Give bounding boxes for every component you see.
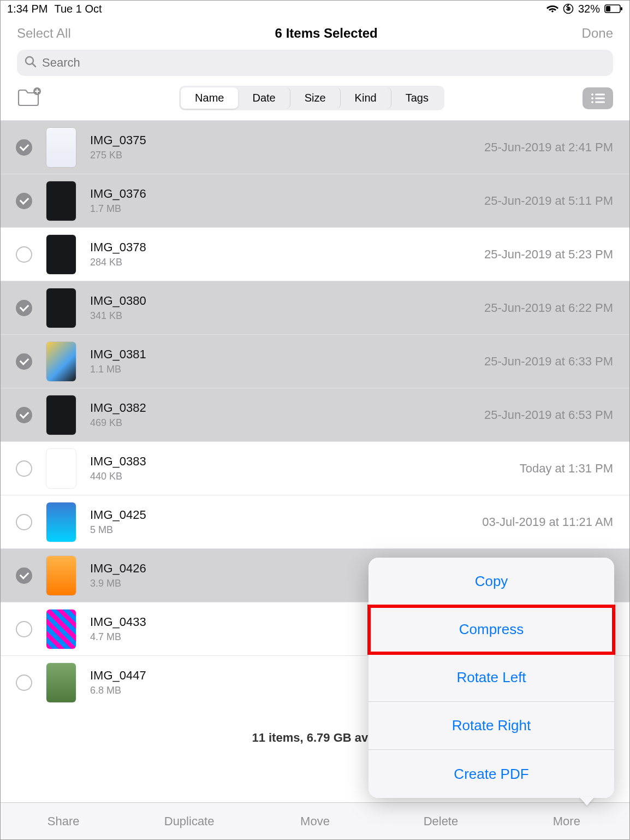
sort-name[interactable]: Name xyxy=(181,87,238,109)
svg-point-8 xyxy=(591,93,593,96)
file-name: IMG_0382 xyxy=(90,401,484,415)
file-size: 1.1 MB xyxy=(90,364,484,375)
file-meta: IMG_03761.7 MB xyxy=(90,187,484,215)
svg-point-10 xyxy=(591,97,593,99)
file-thumbnail xyxy=(46,235,76,274)
file-size: 275 KB xyxy=(90,150,484,161)
sort-date[interactable]: Date xyxy=(238,87,290,109)
file-size: 440 KB xyxy=(90,471,520,482)
move-button[interactable]: Move xyxy=(252,814,378,829)
file-row[interactable]: IMG_0382469 KB25-Jun-2019 at 6:53 PM xyxy=(1,388,629,441)
svg-rect-9 xyxy=(595,93,605,95)
done-button[interactable]: Done xyxy=(582,26,613,41)
file-thumbnail xyxy=(46,342,76,381)
file-row[interactable]: IMG_03761.7 MB25-Jun-2019 at 5:11 PM xyxy=(1,174,629,227)
file-thumbnail xyxy=(46,502,76,542)
file-thumbnail xyxy=(46,395,76,435)
file-size: 1.7 MB xyxy=(90,203,484,215)
file-meta: IMG_0382469 KB xyxy=(90,401,484,429)
sort-size[interactable]: Size xyxy=(290,87,341,109)
sort-segmented-control: Name Date Size Kind Tags xyxy=(179,86,444,110)
file-thumbnail xyxy=(46,181,76,221)
svg-rect-11 xyxy=(595,97,605,99)
file-size: 5 MB xyxy=(90,524,482,536)
selection-checkmark[interactable] xyxy=(16,621,32,637)
popup-compress[interactable]: Compress xyxy=(369,606,614,654)
svg-line-6 xyxy=(33,64,36,67)
popup-rotate-right[interactable]: Rotate Right xyxy=(369,702,614,750)
file-thumbnail xyxy=(46,288,76,328)
select-all-button[interactable]: Select All xyxy=(17,26,71,41)
search-input[interactable] xyxy=(42,56,605,70)
file-name: IMG_0380 xyxy=(90,294,484,308)
file-size: 284 KB xyxy=(90,257,484,268)
file-name: IMG_0375 xyxy=(90,133,484,147)
svg-rect-13 xyxy=(595,101,605,103)
share-button[interactable]: Share xyxy=(1,814,126,829)
file-date: 25-Jun-2019 at 6:33 PM xyxy=(484,354,613,369)
file-date: 25-Jun-2019 at 6:53 PM xyxy=(484,408,613,422)
file-row[interactable]: IMG_03811.1 MB25-Jun-2019 at 6:33 PM xyxy=(1,334,629,388)
file-thumbnail xyxy=(46,449,76,488)
selection-checkmark[interactable] xyxy=(16,567,32,584)
selection-checkmark[interactable] xyxy=(16,246,32,263)
battery-icon xyxy=(604,4,623,13)
popup-create-pdf[interactable]: Create PDF xyxy=(369,750,614,798)
status-date: Tue 1 Oct xyxy=(54,3,102,15)
file-meta: IMG_04255 MB xyxy=(90,508,482,536)
selection-checkmark[interactable] xyxy=(16,139,32,156)
battery-percent: 32% xyxy=(578,3,600,15)
file-thumbnail xyxy=(46,610,76,649)
selection-checkmark[interactable] xyxy=(16,407,32,423)
file-row[interactable]: IMG_0378284 KB25-Jun-2019 at 5:23 PM xyxy=(1,227,629,281)
file-thumbnail xyxy=(46,663,76,702)
search-icon xyxy=(25,56,37,70)
file-date: 25-Jun-2019 at 2:41 PM xyxy=(484,140,613,155)
file-row[interactable]: IMG_0375275 KB25-Jun-2019 at 2:41 PM xyxy=(1,120,629,174)
file-name: IMG_0378 xyxy=(90,240,484,255)
svg-rect-1 xyxy=(567,8,569,10)
file-date: 03-Jul-2019 at 11:21 AM xyxy=(482,515,613,529)
file-row[interactable]: IMG_0383440 KBToday at 1:31 PM xyxy=(1,441,629,495)
more-actions-popup: Copy Compress Rotate Left Rotate Right C… xyxy=(369,558,614,798)
sort-tags[interactable]: Tags xyxy=(391,87,443,109)
selection-checkmark[interactable] xyxy=(16,193,32,209)
status-time: 1:34 PM xyxy=(7,3,47,15)
file-date: 25-Jun-2019 at 5:23 PM xyxy=(484,247,613,262)
bottom-toolbar: Share Duplicate Move Delete More xyxy=(1,802,629,839)
file-name: IMG_0376 xyxy=(90,187,484,201)
selection-checkmark[interactable] xyxy=(16,514,32,530)
popup-rotate-left[interactable]: Rotate Left xyxy=(369,654,614,702)
selection-checkmark[interactable] xyxy=(16,300,32,316)
new-folder-icon[interactable] xyxy=(17,87,41,109)
toolbar: Name Date Size Kind Tags xyxy=(1,82,629,120)
wifi-icon xyxy=(546,4,558,13)
file-meta: IMG_0375275 KB xyxy=(90,133,484,161)
svg-rect-3 xyxy=(606,6,610,11)
file-name: IMG_0383 xyxy=(90,454,520,469)
sort-kind[interactable]: Kind xyxy=(341,87,391,109)
svg-rect-4 xyxy=(621,7,622,10)
delete-button[interactable]: Delete xyxy=(378,814,503,829)
selection-checkmark[interactable] xyxy=(16,460,32,477)
file-meta: IMG_03811.1 MB xyxy=(90,347,484,375)
search-field[interactable] xyxy=(17,50,613,76)
file-size: 341 KB xyxy=(90,310,484,322)
file-thumbnail xyxy=(46,128,76,167)
file-row[interactable]: IMG_04255 MB03-Jul-2019 at 11:21 AM xyxy=(1,495,629,548)
nav-header: Select All 6 Items Selected Done xyxy=(1,17,629,50)
file-name: IMG_0425 xyxy=(90,508,482,522)
status-bar: 1:34 PM Tue 1 Oct 32% xyxy=(1,1,629,17)
svg-point-12 xyxy=(591,101,593,103)
duplicate-button[interactable]: Duplicate xyxy=(126,814,252,829)
more-button[interactable]: More xyxy=(504,814,629,829)
list-view-toggle[interactable] xyxy=(583,87,613,109)
popup-copy[interactable]: Copy xyxy=(369,558,614,606)
selection-checkmark[interactable] xyxy=(16,675,32,691)
file-meta: IMG_0380341 KB xyxy=(90,294,484,322)
page-title: 6 Items Selected xyxy=(275,26,378,41)
file-row[interactable]: IMG_0380341 KB25-Jun-2019 at 6:22 PM xyxy=(1,281,629,334)
file-size: 469 KB xyxy=(90,417,484,429)
selection-checkmark[interactable] xyxy=(16,353,32,370)
file-thumbnail xyxy=(46,556,76,595)
